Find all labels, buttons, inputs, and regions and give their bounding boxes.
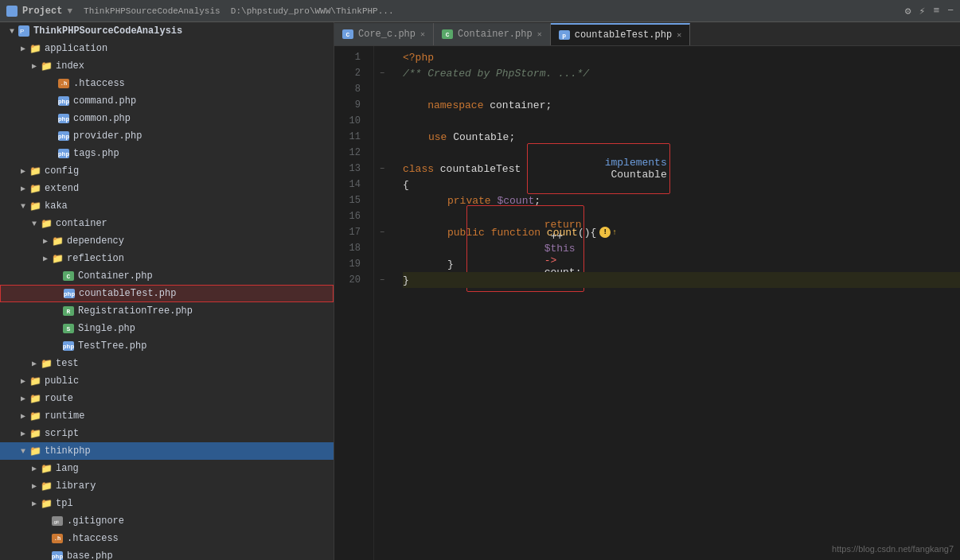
sidebar-item-application[interactable]: ▶ 📁 application [0, 40, 334, 57]
sidebar-item-reflection[interactable]: ▶ 📁 reflection [0, 250, 334, 267]
fold-20[interactable]: − [374, 272, 390, 288]
code-content-area[interactable]: <?php /** Created by PhpStorm. ...*/ nam… [390, 46, 960, 560]
sidebar-item-container-php[interactable]: C Container.php [0, 267, 334, 285]
tree-root[interactable]: ▼ P ThinkPHPSourceCodeAnalysis [0, 22, 334, 40]
sidebar-item-lang[interactable]: ▶ 📁 lang [0, 460, 334, 477]
fold-2[interactable]: − [374, 65, 390, 81]
sidebar-item-tags[interactable]: php tags.php [0, 145, 334, 162]
dropdown-arrow[interactable]: ▼ [67, 6, 72, 16]
fold-gutter: − − − − [374, 46, 390, 560]
line-num-16: 16 [334, 208, 367, 224]
provider-label: provider.php [73, 130, 142, 142]
sidebar-item-provider[interactable]: php provider.php [0, 127, 334, 145]
lang-folder-icon: 📁 [40, 462, 53, 475]
script-arrow[interactable]: ▶ [18, 429, 29, 438]
project-icon [6, 6, 18, 17]
fold-btn-20[interactable]: − [380, 276, 384, 285]
root-arrow[interactable]: ▼ [6, 27, 18, 36]
thinkphp-arrow[interactable]: ▼ [18, 447, 29, 456]
code-line-18: return ++ $this -> count; [403, 240, 960, 256]
tab-core-c[interactable]: C Core_c.php ✕ [334, 23, 434, 45]
sidebar-item-countable-test[interactable]: php countableTest.php [0, 285, 334, 302]
index-arrow[interactable]: ▶ [29, 61, 40, 71]
sidebar-item-kaka[interactable]: ▼ 📁 kaka [0, 197, 334, 215]
route-label: route [45, 393, 73, 404]
fold-btn-13[interactable]: − [380, 165, 384, 173]
public-arrow[interactable]: ▶ [18, 376, 29, 386]
fold-15 [374, 192, 390, 208]
script-label: script [45, 428, 79, 439]
extend-arrow[interactable]: ▶ [18, 184, 29, 193]
fold-btn-17[interactable]: − [380, 228, 384, 237]
sidebar-item-public[interactable]: ▶ 📁 public [0, 372, 334, 390]
sidebar-item-test-tree[interactable]: php TestTree.php [0, 337, 334, 355]
namespace-indent [403, 99, 427, 111]
sidebar-item-route[interactable]: ▶ 📁 route [0, 390, 334, 407]
project-label[interactable]: Project [22, 6, 62, 17]
tab-container-close[interactable]: ✕ [537, 29, 542, 39]
fold-btn-2[interactable]: − [380, 69, 384, 78]
line-num-2: 2 [334, 65, 367, 81]
settings-icon[interactable]: ⚙ [905, 5, 911, 18]
close-brace-inner: } [447, 259, 454, 270]
sidebar-item-gitignore[interactable]: .git .gitignore [0, 512, 334, 530]
sidebar-item-script[interactable]: ▶ 📁 script [0, 425, 334, 442]
config-arrow[interactable]: ▶ [18, 166, 29, 176]
tpl-arrow[interactable]: ▶ [29, 499, 40, 508]
runtime-label: runtime [45, 410, 84, 422]
sidebar-item-extend[interactable]: ▶ 📁 extend [0, 180, 334, 197]
sidebar-item-test[interactable]: ▶ 📁 test [0, 355, 334, 372]
fold-10 [374, 113, 390, 129]
sidebar-item-index[interactable]: ▶ 📁 index [0, 57, 334, 75]
container-arrow[interactable]: ▼ [29, 220, 40, 228]
htaccess1-icon: .h [57, 77, 70, 90]
tab-container-label: Container.php [458, 29, 533, 40]
command-icon: php [57, 95, 70, 107]
tab-container[interactable]: C Container.php ✕ [434, 23, 551, 45]
htaccess1-label: .htaccess [73, 78, 125, 89]
fold-13[interactable]: − [374, 161, 390, 177]
sidebar-item-base[interactable]: php base.php [0, 547, 334, 560]
php-open-tag: <?php [403, 52, 434, 64]
line-num-19: 19 [334, 256, 367, 272]
sidebar-item-dependency[interactable]: ▶ 📁 dependency [0, 232, 334, 250]
dependency-arrow[interactable]: ▶ [40, 236, 51, 246]
reflection-arrow[interactable]: ▶ [40, 254, 51, 263]
fold-17[interactable]: − [374, 224, 390, 240]
sidebar-item-runtime[interactable]: ▶ 📁 runtime [0, 407, 334, 425]
application-arrow[interactable]: ▶ [18, 44, 29, 53]
minimize-icon[interactable]: − [947, 5, 954, 18]
tab-countable-test-close[interactable]: ✕ [677, 30, 681, 40]
sidebar-item-htaccess1[interactable]: .h .htaccess [0, 75, 334, 92]
fold-9 [374, 97, 390, 113]
sidebar-item-config[interactable]: ▶ 📁 config [0, 162, 334, 180]
sidebar-item-htaccess2[interactable]: .h .htaccess [0, 530, 334, 547]
tab-countable-test[interactable]: p countableTest.php ✕ [551, 23, 690, 45]
fold-19 [374, 256, 390, 272]
sidebar-item-library[interactable]: ▶ 📁 library [0, 477, 334, 495]
route-arrow[interactable]: ▶ [18, 394, 29, 403]
fold-11 [374, 129, 390, 145]
common-label: common.php [73, 113, 131, 124]
line-num-18: 18 [334, 240, 367, 256]
sidebar-item-single[interactable]: S Single.php [0, 320, 334, 337]
kaka-arrow[interactable]: ▼ [18, 202, 29, 211]
split-icon[interactable]: ⚡ [919, 5, 926, 18]
sidebar-item-container[interactable]: ▼ 📁 container [0, 215, 334, 232]
script-folder-icon: 📁 [29, 427, 41, 440]
library-arrow[interactable]: ▶ [29, 481, 40, 491]
tab-core-c-close[interactable]: ✕ [420, 29, 425, 39]
sidebar-item-common[interactable]: php common.php [0, 110, 334, 127]
gear-icon[interactable]: ≡ [933, 5, 939, 18]
code-editor[interactable]: 1 2 8 9 10 11 12 13 14 15 16 17 18 19 20 [334, 46, 960, 560]
reflection-label: reflection [67, 253, 124, 264]
runtime-arrow[interactable]: ▶ [18, 411, 29, 421]
test-arrow[interactable]: ▶ [29, 359, 40, 368]
sidebar-item-registration-tree[interactable]: R RegistrationTree.php [0, 302, 334, 320]
sidebar-item-command[interactable]: php command.php [0, 92, 334, 110]
countable-tab-icon: p [559, 30, 570, 40]
sidebar-item-tpl[interactable]: ▶ 📁 tpl [0, 495, 334, 512]
lang-arrow[interactable]: ▶ [29, 464, 40, 473]
sidebar-item-thinkphp[interactable]: ▼ 📁 thinkphp [0, 442, 334, 460]
test-tree-label: TestTree.php [78, 340, 146, 352]
